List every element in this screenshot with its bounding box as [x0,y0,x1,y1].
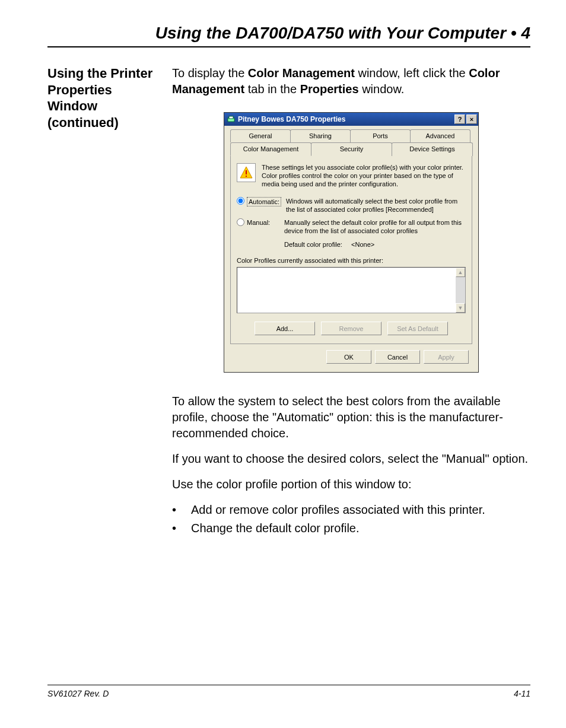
set-default-button[interactable]: Set As Default [387,322,448,335]
bullet-text: Add or remove color profiles associated … [191,502,485,518]
profiles-list-label: Color Profiles currently associated with… [237,256,466,265]
radio-manual[interactable] [237,218,244,226]
ok-button[interactable]: OK [326,350,371,364]
text: window, left click the [355,66,469,80]
text: window. [359,82,405,96]
radio-automatic[interactable] [237,197,244,205]
info-text: These settings let you associate color p… [262,163,466,189]
radio-automatic-label: Automatic: [247,197,281,207]
tab-security[interactable]: Security [311,142,392,156]
add-button[interactable]: Add... [255,322,315,335]
default-profile-label: Default color profile: [284,241,342,248]
titlebar: Pitney Bowes DA750 Properties ? × [224,113,478,126]
tab-ports[interactable]: Ports [350,129,411,142]
bullet-text: Change the default color profile. [191,520,360,536]
default-profile: Default color profile: <None> [284,240,466,249]
text: tab in the [244,82,300,96]
chapter-title: Using the DA700/DA750 with Your Computer… [47,24,530,43]
body-paragraph: To allow the system to select the best c… [172,393,530,441]
scrollbar: ▲ ▼ [456,268,465,313]
body-paragraph: Use the color profile portion of this wi… [172,476,530,492]
svg-rect-4 [246,176,247,177]
divider [47,46,530,47]
info-icon [237,163,256,182]
page-footer: SV61027 Rev. D 4-11 [47,685,530,698]
tab-general[interactable]: General [230,129,291,142]
tab-panel: These settings let you associate color p… [230,155,472,345]
section-heading: Using the Printer Properties Window (con… [47,65,154,539]
close-button[interactable]: × [466,115,477,124]
body-paragraph: If you want to choose the desired colors… [172,451,530,467]
term: Properties [300,82,359,96]
intro-paragraph: To display the Color Management window, … [172,65,530,97]
list-item: •Change the default color profile. [172,520,530,536]
scroll-down-icon[interactable]: ▼ [456,303,465,313]
radio-automatic-desc: Windows will automatically select the be… [286,197,466,214]
tab-color-management[interactable]: Color Management [230,142,311,156]
scroll-up-icon[interactable]: ▲ [456,268,465,277]
default-profile-value: <None> [351,241,374,248]
cancel-button[interactable]: Cancel [375,350,420,364]
svg-rect-3 [246,170,247,174]
radio-manual-label: Manual: [247,218,270,227]
tab-device-settings[interactable]: Device Settings [392,142,473,156]
tab-advanced[interactable]: Advanced [410,129,470,142]
list-item: •Add or remove color profiles associated… [172,502,530,518]
footer-right: 4-11 [514,689,530,698]
apply-button[interactable]: Apply [424,350,469,364]
radio-manual-desc: Manually select the default color profil… [284,218,466,236]
properties-dialog: Pitney Bowes DA750 Properties ? × Genera… [224,112,479,373]
printer-icon [227,115,235,123]
bullet-list: •Add or remove color profiles associated… [172,502,530,536]
footer-left: SV61027 Rev. D [47,689,109,698]
dialog-title: Pitney Bowes DA750 Properties [238,115,454,124]
help-button[interactable]: ? [454,115,465,124]
text: To display the [172,66,248,80]
remove-button[interactable]: Remove [321,322,381,335]
tab-sharing[interactable]: Sharing [290,129,351,142]
svg-rect-1 [229,116,233,119]
profiles-listbox[interactable]: ▲ ▼ [237,267,466,313]
term: Color Management [248,66,355,80]
